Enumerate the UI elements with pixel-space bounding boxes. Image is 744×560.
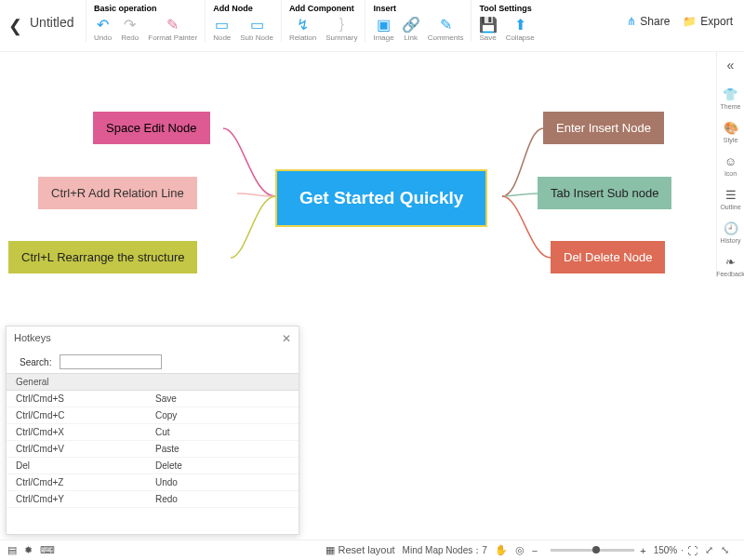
node-enter-insert[interactable]: Enter Insert Node	[543, 112, 664, 144]
group-tool-title: Tool Settings	[479, 4, 534, 13]
group-add-component-title: Add Component	[289, 4, 358, 13]
feedback-icon: ❧	[725, 255, 736, 269]
sidebar-icon[interactable]: ☺Icon	[724, 154, 737, 177]
zoom-thumb[interactable]	[592, 546, 600, 553]
hotkey-row: Ctrl/Cmd+ZUndo	[7, 474, 299, 491]
format-painter-button[interactable]: ✎Format Painter	[148, 17, 197, 42]
node-relation-line[interactable]: Ctrl+R Add Relation Line	[38, 177, 197, 209]
hotkeys-panel-title: Hotkeys	[14, 332, 51, 345]
hotkey-action: Paste	[155, 444, 179, 454]
search-label: Search:	[20, 357, 51, 367]
palette-icon: 🎨	[724, 121, 738, 135]
document-title[interactable]: Untitled	[30, 0, 86, 30]
save-icon: 💾	[481, 17, 496, 32]
list-icon: ☰	[725, 188, 737, 202]
right-sidebar: « 👕Theme 🎨Style ☺Icon ☰Outline 🕘History …	[716, 52, 744, 277]
collapse-icon: ⬆	[512, 17, 527, 32]
zoom-slider[interactable]	[551, 549, 634, 552]
subnode-icon: ▭	[249, 17, 264, 32]
summary-button[interactable]: }Summary	[326, 17, 357, 42]
settings-icon[interactable]: ✹	[24, 544, 33, 556]
hotkey-row: Ctrl/Cmd+SSave	[7, 391, 299, 407]
hand-icon[interactable]: ✋	[495, 544, 508, 556]
add-subnode-button[interactable]: ▭Sub Node	[240, 17, 273, 42]
zoom-level: 150%	[654, 545, 678, 555]
sidebar-outline[interactable]: ☰Outline	[720, 188, 740, 210]
image-icon: ▣	[377, 17, 392, 32]
group-insert: Insert ▣Image 🔗Link ✎Comments	[365, 0, 471, 42]
group-add-node: Add Node ▭Node ▭Sub Node	[205, 0, 281, 42]
collapse-button[interactable]: ⬆Collapse	[506, 17, 535, 42]
share-button[interactable]: ⋔Share	[627, 15, 670, 28]
group-add-node-title: Add Node	[213, 4, 273, 13]
hotkey-action: Cut	[155, 427, 170, 437]
hotkey-action: Undo	[155, 477, 178, 487]
export-icon: 📁	[683, 15, 697, 28]
hotkeys-search-input[interactable]	[60, 354, 162, 369]
zoom-out-button[interactable]: −	[532, 545, 538, 556]
reset-layout-button[interactable]: ▦ Reset layout	[326, 544, 394, 556]
hotkey-key: Ctrl/Cmd+V	[16, 444, 155, 454]
brush-icon: ✎	[166, 17, 180, 32]
group-tool-settings: Tool Settings 💾Save ⬆Collapse	[471, 0, 541, 42]
hotkey-row: Ctrl/Cmd+VPaste	[7, 441, 299, 458]
group-insert-title: Insert	[373, 4, 463, 13]
hotkey-row: Ctrl/Cmd+CCopy	[7, 407, 299, 424]
header-actions: ⋔Share 📁Export	[627, 0, 744, 28]
hotkeys-category: General	[7, 373, 299, 391]
back-button[interactable]: ❮	[0, 0, 30, 52]
hotkey-key: Ctrl/Cmd+Z	[16, 477, 155, 487]
undo-icon: ↶	[96, 17, 111, 32]
sidebar-history[interactable]: 🕘History	[721, 221, 741, 244]
link-icon: 🔗	[404, 17, 418, 32]
node-space-edit[interactable]: Space Edit Node	[93, 112, 210, 144]
toolbar-groups: Basic operation ↶Undo ↷Redo ✎Format Pain…	[86, 0, 627, 42]
sidebar-collapse-button[interactable]: «	[727, 58, 735, 73]
keyboard-icon[interactable]: ⌨	[40, 544, 55, 556]
summary-icon: }	[334, 17, 349, 32]
hotkey-row: DelDelete	[7, 458, 299, 474]
relation-button[interactable]: ↯Relation	[289, 17, 316, 42]
sidebar-feedback[interactable]: ❧Feedback	[716, 255, 744, 277]
redo-button[interactable]: ↷Redo	[121, 17, 139, 42]
fullscreen-icon[interactable]: ⤡	[721, 544, 729, 556]
nodes-count-label: Mind Map Nodes：7	[403, 544, 487, 557]
group-basic-title: Basic operation	[94, 4, 197, 13]
hotkey-row: Ctrl/Cmd+XCut	[7, 424, 299, 441]
hotkeys-list: Ctrl/Cmd+SSaveCtrl/Cmd+CCopyCtrl/Cmd+XCu…	[7, 391, 299, 508]
hotkey-key: Ctrl/Cmd+C	[16, 410, 155, 420]
pencil-icon: ✎	[438, 17, 453, 32]
redo-icon: ↷	[123, 17, 138, 32]
node-rearrange[interactable]: Ctrl+L Rearrange the structure	[8, 241, 197, 273]
hotkey-action: Delete	[155, 460, 182, 471]
hotkey-key: Ctrl/Cmd+S	[16, 393, 155, 404]
save-button[interactable]: 💾Save	[479, 17, 496, 42]
shirt-icon: 👕	[723, 87, 737, 101]
hotkeys-close-button[interactable]: ✕	[282, 332, 291, 345]
insert-comments-button[interactable]: ✎Comments	[428, 17, 464, 42]
export-button[interactable]: 📁Export	[683, 15, 733, 28]
center-node[interactable]: Get Started Quickly	[275, 169, 487, 227]
hotkey-action: Copy	[155, 410, 177, 420]
sidebar-theme[interactable]: 👕Theme	[721, 87, 741, 110]
presentation-icon[interactable]: ▤	[7, 544, 17, 556]
sidebar-style[interactable]: 🎨Style	[724, 121, 738, 143]
top-toolbar: ❮ Untitled Basic operation ↶Undo ↷Redo ✎…	[0, 0, 744, 52]
insert-link-button[interactable]: 🔗Link	[404, 17, 418, 42]
node-tab-sub[interactable]: Tab Insert Sub node	[538, 177, 671, 209]
group-add-component: Add Component ↯Relation }Summary	[281, 0, 365, 42]
node-icon: ▭	[215, 17, 230, 32]
insert-image-button[interactable]: ▣Image	[373, 17, 393, 42]
bottom-bar: ▤ ✹ ⌨ ▦ Reset layout Mind Map Nodes：7 ✋ …	[0, 540, 744, 560]
zoom-in-button[interactable]: +	[640, 545, 645, 556]
expand-icon[interactable]: ⤢	[705, 544, 713, 556]
fit-icon[interactable]: ⛶	[687, 545, 698, 556]
node-del-delete[interactable]: Del Delete Node	[551, 241, 665, 273]
add-node-button[interactable]: ▭Node	[213, 17, 231, 42]
hotkey-row: Ctrl/Cmd+YRedo	[7, 491, 299, 508]
hotkey-action: Save	[155, 393, 177, 404]
undo-button[interactable]: ↶Undo	[94, 17, 112, 42]
hotkey-action: Redo	[155, 494, 178, 504]
relation-icon: ↯	[296, 17, 311, 32]
target-icon[interactable]: ◎	[515, 544, 525, 556]
